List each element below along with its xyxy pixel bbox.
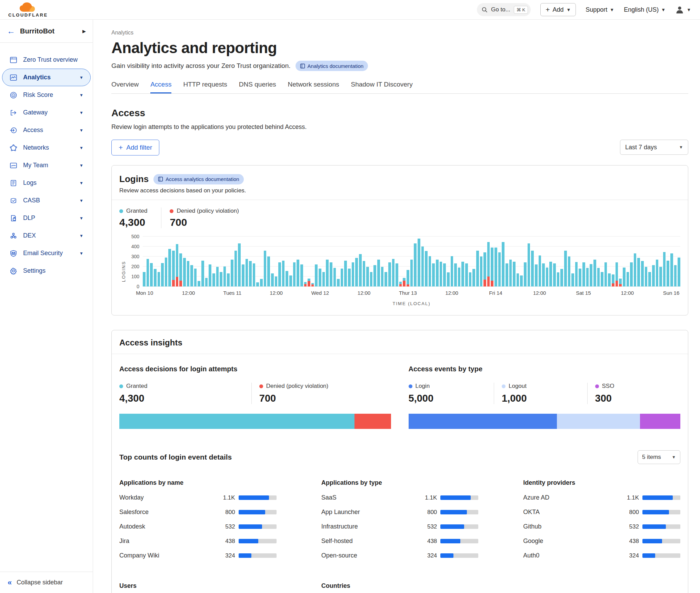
login-bar[interactable] [429, 256, 431, 287]
login-bar[interactable] [300, 264, 303, 287]
login-bar[interactable] [322, 272, 325, 287]
login-bar[interactable] [528, 243, 530, 287]
login-bar[interactable] [333, 268, 336, 287]
stacked-segment-login[interactable] [409, 414, 557, 429]
login-bar[interactable] [524, 262, 527, 287]
login-bar[interactable] [344, 261, 347, 287]
login-bar[interactable] [337, 279, 340, 287]
login-bar[interactable] [483, 252, 486, 287]
login-bar[interactable] [432, 263, 435, 287]
login-bar[interactable] [535, 264, 538, 287]
login-bar[interactable] [227, 273, 230, 287]
login-bar[interactable] [234, 251, 237, 287]
login-bar[interactable] [553, 263, 556, 287]
tab-network-sessions[interactable]: Network sessions [288, 81, 339, 93]
login-bar[interactable] [627, 272, 629, 287]
login-bar[interactable] [253, 263, 256, 287]
login-bar[interactable] [209, 264, 211, 287]
login-bar[interactable] [506, 263, 508, 287]
login-bar[interactable] [549, 262, 552, 287]
login-bar[interactable] [469, 272, 472, 287]
login-bar[interactable] [476, 251, 479, 287]
login-bar[interactable] [670, 253, 673, 287]
login-bar[interactable] [223, 267, 226, 287]
login-bar[interactable] [652, 265, 655, 287]
login-bar[interactable] [176, 244, 179, 287]
sidebar-item-settings[interactable]: Settings [2, 262, 91, 280]
access-analytics-documentation-badge[interactable]: Access analytics documentation [153, 174, 243, 184]
login-bar[interactable] [161, 263, 164, 287]
login-bar[interactable] [187, 261, 190, 287]
login-bar[interactable] [264, 251, 267, 287]
login-bar[interactable] [183, 258, 186, 287]
login-bar[interactable] [593, 260, 596, 287]
sidebar-item-dex[interactable]: DEX▼ [2, 227, 91, 244]
login-bar[interactable] [179, 253, 182, 287]
tab-access[interactable]: Access [150, 81, 171, 93]
login-bar[interactable] [571, 273, 574, 287]
login-bar[interactable] [231, 260, 233, 287]
collapse-sidebar-button[interactable]: « Collapse sidebar [0, 572, 93, 593]
language-menu[interactable]: English (US) ▼ [624, 6, 666, 13]
sidebar-item-gateway[interactable]: Gateway▼ [2, 104, 91, 121]
login-bar[interactable] [341, 269, 343, 287]
login-bar[interactable] [502, 242, 504, 287]
login-bar[interactable] [465, 263, 468, 287]
analytics-documentation-badge[interactable]: Analytics documentation [296, 61, 368, 71]
login-bar[interactable] [447, 272, 450, 287]
login-bar[interactable] [212, 273, 215, 287]
tab-overview[interactable]: Overview [111, 81, 139, 93]
login-bar[interactable] [517, 273, 519, 287]
login-bar[interactable] [560, 269, 563, 287]
login-bar[interactable] [586, 268, 589, 287]
login-bar[interactable] [242, 264, 244, 287]
login-bar[interactable] [377, 260, 380, 287]
login-bar[interactable] [348, 269, 351, 287]
login-bar[interactable] [590, 264, 592, 287]
login-bar[interactable] [198, 281, 200, 287]
login-bar[interactable] [326, 260, 329, 287]
login-bar[interactable] [216, 267, 219, 287]
login-bar[interactable] [359, 254, 362, 287]
login-bar[interactable] [168, 249, 171, 287]
stacked-segment-denied-policy-violation-[interactable] [354, 414, 391, 429]
login-bar[interactable] [641, 261, 644, 287]
login-bar[interactable] [143, 272, 146, 287]
login-bar[interactable] [637, 258, 640, 287]
login-bar[interactable] [557, 272, 560, 287]
login-bar[interactable] [513, 262, 516, 287]
login-bar[interactable] [205, 278, 208, 287]
login-bar[interactable] [352, 262, 354, 287]
login-bar[interactable] [451, 256, 453, 287]
login-bar[interactable] [366, 267, 369, 287]
tab-http-requests[interactable]: HTTP requests [183, 81, 227, 93]
login-bar[interactable] [384, 272, 387, 287]
sidebar-item-analytics[interactable]: Analytics▼ [2, 69, 91, 86]
login-bar[interactable] [604, 262, 607, 287]
login-bar[interactable] [608, 273, 611, 287]
login-bar[interactable] [293, 262, 296, 287]
login-bar[interactable] [648, 272, 651, 287]
login-bar[interactable] [158, 272, 160, 287]
login-bar[interactable] [436, 260, 439, 287]
login-bar[interactable] [645, 267, 648, 287]
login-bar[interactable] [190, 265, 193, 287]
login-bar[interactable] [370, 272, 373, 287]
global-search[interactable]: Go to... ⌘ K [477, 3, 531, 16]
profile-menu[interactable]: ▼ [675, 5, 691, 14]
expand-right-icon[interactable]: ▶ [82, 29, 86, 34]
login-bar[interactable] [531, 251, 534, 287]
login-bar[interactable] [246, 259, 248, 287]
login-bar[interactable] [315, 264, 318, 287]
login-bar[interactable] [440, 262, 442, 287]
login-bar[interactable] [392, 259, 395, 287]
login-bar[interactable] [249, 261, 252, 287]
login-bar[interactable] [659, 267, 662, 287]
login-bar[interactable] [267, 257, 270, 287]
login-bar[interactable] [165, 258, 168, 287]
login-bar[interactable] [498, 252, 501, 287]
login-bar[interactable] [520, 275, 523, 287]
login-bar[interactable] [579, 269, 581, 287]
login-bar[interactable] [286, 271, 288, 287]
support-menu[interactable]: Support ▼ [586, 6, 614, 13]
